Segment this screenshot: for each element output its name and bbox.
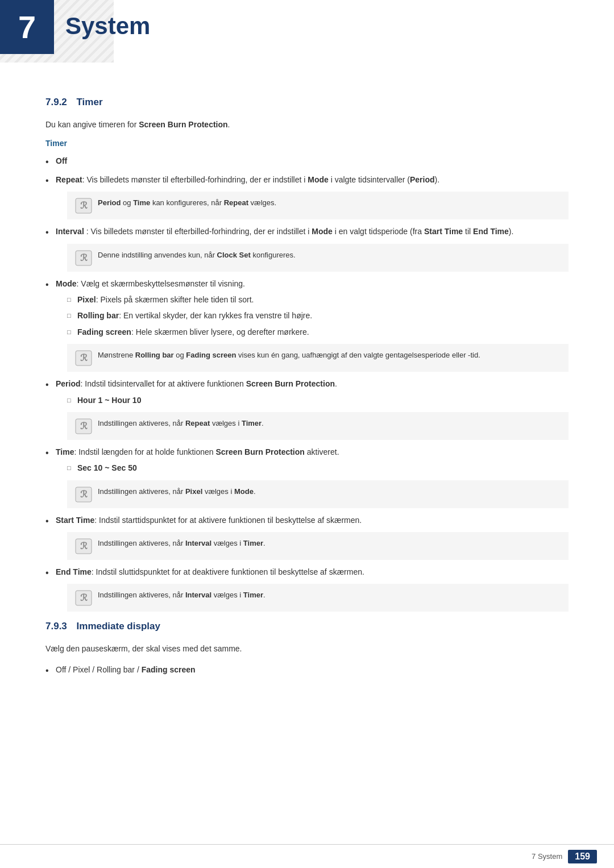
sbp-bold-t: Screen Burn Protection [216,447,305,456]
note-start-time-text: Indstillingen aktiveres, når Interval væ… [98,538,265,549]
section-792-heading: 7.9.2 Timer [45,97,569,108]
time-bold: Time [56,447,74,456]
mode-bold-i: Mode [312,227,333,236]
note-time-text: Indstillingen aktiveres, når Pixel vælge… [98,486,256,497]
note-icon-end-time: ℛ [75,590,92,606]
content: 7.9.2 Timer Du kan angive timeren for Sc… [0,63,614,727]
sub-hour-range: Hour 1 ~ Hour 10 [67,394,569,406]
svg-text:ℛ: ℛ [80,421,88,431]
page-footer: 7 System 159 [0,844,614,868]
bullet-mode: Mode: Vælg et skærmbeskyttelsesmønster t… [45,277,569,372]
fading-screen-bold: Fading screen [142,665,196,674]
note-interval-text: Denne indstilling anvendes kun, når Cloc… [98,250,296,261]
start-time-bold-i: Start Time [424,227,463,236]
end-time-bold: End Time [56,567,92,576]
bullet-start-time: Start Time: Indstil starttidspunktet for… [45,514,569,560]
screen-burn-protection-bold-1: Screen Burn Protection [139,120,227,129]
bullet-interval: Interval : Vis billedets mønster til eft… [45,225,569,271]
note-repeat: ℛ Period og Time kan konfigureres, når R… [67,192,569,219]
note-icon-repeat: ℛ [75,198,92,214]
sub-pixel: Pixel: Pixels på skærmen skifter hele ti… [67,293,569,306]
period-bold: Period [56,379,81,388]
off-bold: Off [56,156,67,165]
page: 7 System 7.9.2 Timer Du kan angive timer… [0,0,614,868]
section-793-heading: 7.9.3 Immediate display [45,621,569,632]
note-icon-interval: ℛ [75,250,92,266]
note-start-time: ℛ Indstillingen aktiveres, når Interval … [67,532,569,560]
note-period-text: Indstillingen aktiveres, når Repeat vælg… [98,418,264,429]
chapter-number: 7 [18,9,36,45]
interval-bold: Interval [56,227,84,236]
timer-bullet-list: Off Repeat: Vis billedets mønster til ef… [45,155,569,612]
note-icon-start-time: ℛ [75,538,92,554]
mode-bold: Mode [56,279,77,288]
note-mode: ℛ Mønstrene Rolling bar og Fading screen… [67,344,569,372]
sub-fading-screen: Fading screen: Hele skærmen bliver lyser… [67,326,569,338]
footer-page-number: 159 [568,850,597,863]
note-period: ℛ Indstillingen aktiveres, når Repeat væ… [67,412,569,440]
note-mode-text: Mønstrene Rolling bar og Fading screen v… [98,350,480,361]
mode-sub-list: Pixel: Pixels på skærmen skifter hele ti… [67,293,569,338]
repeat-bold: Repeat [56,175,82,184]
note-interval: ℛ Denne indstilling anvendes kun, når Cl… [67,244,569,272]
time-sub-list: Sec 10 ~ Sec 50 [67,462,569,474]
start-time-bold: Start Time [56,516,94,525]
immediate-display-list: Off / Pixel / Rolling bar / Fading scree… [45,663,569,676]
note-time: ℛ Indstillingen aktiveres, når Pixel væl… [67,480,569,508]
note-icon-mode: ℛ [75,350,92,366]
svg-text:ℛ: ℛ [80,541,88,551]
note-icon-period: ℛ [75,418,92,434]
sbp-bold-p: Screen Burn Protection [246,379,335,388]
svg-text:ℛ: ℛ [80,353,88,363]
end-time-bold-i: End Time [473,227,509,236]
footer-text: 7 System [532,852,562,861]
bullet-time: Time: Indstil længden for at holde funkt… [45,446,569,508]
page-header: 7 System [0,0,614,63]
bullet-end-time: End Time: Indstil sluttidspunktet for at… [45,566,569,612]
mode-bold-r: Mode [308,175,329,184]
period-bold-r: Period [410,175,435,184]
svg-text:ℛ: ℛ [80,201,88,210]
note-repeat-text: Period og Time kan konfigureres, når Rep… [98,197,276,209]
bullet-repeat: Repeat: Vis billedets mønster til efterb… [45,173,569,219]
note-end-time: ℛ Indstillingen aktiveres, når Interval … [67,584,569,612]
svg-text:ℛ: ℛ [80,489,88,499]
bullet-period: Period: Indstil tidsintervallet for at a… [45,377,569,440]
bullet-off: Off [45,155,569,167]
section-793-intro: Vælg den pauseskærm, der skal vises med … [45,642,569,655]
immediate-display-item: Off / Pixel / Rolling bar / Fading scree… [45,663,569,676]
svg-text:ℛ: ℛ [80,253,88,263]
svg-text:ℛ: ℛ [80,593,88,603]
note-icon-time: ℛ [75,487,92,502]
chapter-title: System [65,13,150,40]
section-792-intro: Du kan angive timeren for Screen Burn Pr… [45,118,569,131]
period-sub-list: Hour 1 ~ Hour 10 [67,394,569,406]
sub-sec-range: Sec 10 ~ Sec 50 [67,462,569,474]
chapter-box: 7 [0,0,54,54]
note-end-time-text: Indstillingen aktiveres, når Interval væ… [98,589,265,601]
sub-rolling-bar: Rolling bar: En vertikal skyder, der kan… [67,309,569,322]
timer-sub-heading: Timer [45,139,569,148]
